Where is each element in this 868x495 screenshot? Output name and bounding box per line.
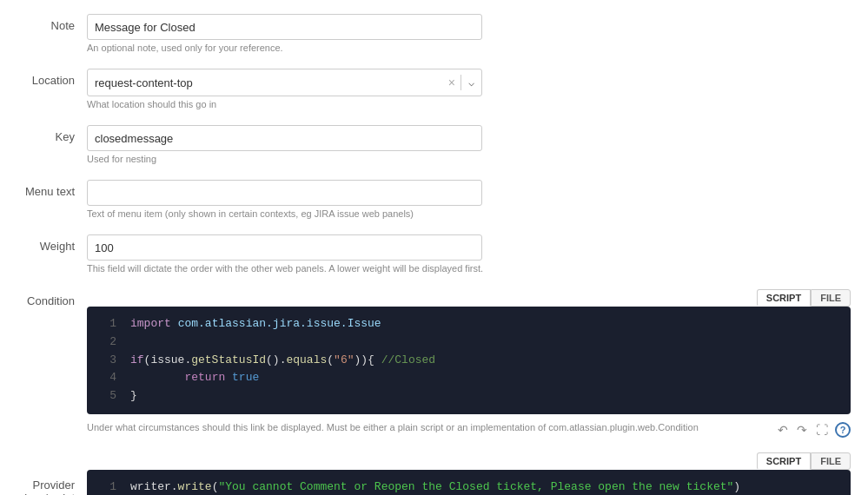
location-clear-button[interactable]: × [443,76,461,89]
provider-tabs: SCRIPT FILE [87,452,851,470]
note-row: Note An optional note, used only for you… [9,9,851,58]
location-input[interactable] [88,69,443,96]
note-content: An optional note, used only for your ref… [87,14,851,53]
location-row: Location × ⌵ What location should this g… [9,63,851,115]
condition-code-editor[interactable]: 1 import com.atlassian.jira.issue.Issue … [87,307,851,414]
help-icon[interactable]: ? [835,422,851,438]
condition-tabs: SCRIPT FILE [87,289,851,307]
code-line-1: 1 import com.atlassian.jira.issue.Issue [87,315,851,333]
condition-script-tab[interactable]: SCRIPT [757,289,811,307]
code-line-2: 2 [87,333,851,352]
menu-text-label: Menu text [9,180,87,198]
key-input[interactable] [87,125,482,151]
key-hint: Used for nesting [87,154,851,164]
note-hint: An optional note, used only for your ref… [87,43,851,53]
key-label: Key [9,125,87,143]
location-label: Location [9,69,87,87]
provider-label: Provider class/script [9,452,87,495]
code-line-4: 4 return true [87,369,851,387]
undo-icon[interactable]: ↶ [776,421,790,439]
code-line-5: 5 } [87,387,851,406]
code-line-3: 3 if(issue.getStatusId().equals("6")){ /… [87,352,851,370]
provider-content: SCRIPT FILE 1 writer.write("You cannot C… [87,452,851,495]
menu-text-input[interactable] [87,180,482,206]
weight-input[interactable] [87,234,482,261]
key-row: Key Used for nesting [9,120,851,169]
location-hint: What location should this go in [87,99,851,109]
condition-file-tab[interactable]: FILE [811,289,851,307]
note-label: Note [9,14,87,32]
condition-row: Condition SCRIPT FILE 1 import com.atlas… [9,284,851,444]
weight-label: Weight [9,234,87,253]
weight-hint: This field will dictate the order with t… [87,263,851,274]
key-content: Used for nesting [87,125,851,164]
condition-label: Condition [9,289,87,307]
provider-script-tab[interactable]: SCRIPT [757,452,811,470]
weight-row: Weight This field will dictate the order… [9,229,851,279]
condition-content: SCRIPT FILE 1 import com.atlassian.jira.… [87,289,851,439]
provider-row: Provider class/script SCRIPT FILE 1 writ… [9,447,851,495]
menu-text-content: Text of menu item (only shown in certain… [87,180,851,219]
provider-code-line-1: 1 writer.write("You cannot Comment or Re… [87,478,851,495]
provider-code-editor[interactable]: 1 writer.write("You cannot Comment or Re… [87,470,851,495]
location-content: × ⌵ What location should this go in [87,69,851,109]
condition-hint: Under what circumstances should this lin… [87,422,699,432]
condition-action-icons: ↶ ↷ ⛶ ? [776,421,851,439]
location-wrapper: × ⌵ [87,69,482,96]
menu-text-hint: Text of menu item (only shown in certain… [87,208,851,219]
menu-text-row: Menu text Text of menu item (only shown … [9,175,851,224]
form-container: Note An optional note, used only for you… [0,0,868,495]
location-chevron-button[interactable]: ⌵ [461,76,481,89]
expand-icon[interactable]: ⛶ [814,421,830,439]
weight-content: This field will dictate the order with t… [87,234,851,274]
redo-icon[interactable]: ↷ [795,421,809,439]
provider-file-tab[interactable]: FILE [811,452,851,470]
note-input[interactable] [87,14,482,40]
